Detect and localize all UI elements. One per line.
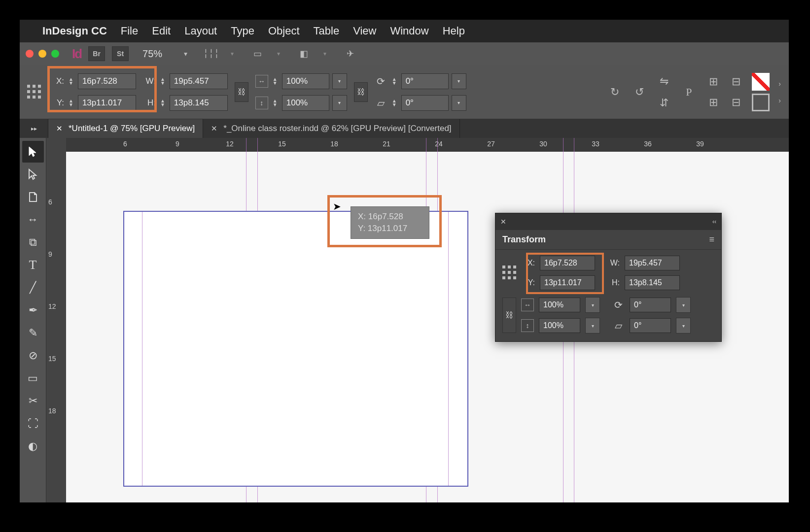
fill-swatch[interactable] <box>752 73 770 91</box>
panel-constrain-toggle[interactable]: ⛓ <box>502 298 516 333</box>
align-icon-2[interactable]: ⊟ <box>727 73 745 91</box>
panel-shear-input[interactable] <box>630 318 671 333</box>
menu-layout[interactable]: Layout <box>184 25 217 37</box>
transform-panel[interactable]: ✕ ‹‹ Transform ≡ X: <box>495 213 722 342</box>
panel-scalex-dropdown[interactable]: ▾ <box>585 297 600 313</box>
rotate-cw-button[interactable]: ↻ <box>606 83 624 101</box>
stroke-swatch[interactable] <box>752 94 770 111</box>
view-options-icon[interactable]: ╎╎╎ <box>201 46 221 61</box>
fill-more-icon[interactable]: › <box>778 80 781 88</box>
page-tool[interactable] <box>22 186 44 208</box>
scale-x-dropdown[interactable]: ▾ <box>332 73 347 89</box>
width-input[interactable] <box>170 73 228 89</box>
menu-object[interactable]: Object <box>268 25 300 37</box>
scale-y-dropdown[interactable]: ▾ <box>332 95 347 111</box>
app-name[interactable]: InDesign CC <box>42 25 107 37</box>
stroke-more-icon[interactable]: › <box>778 97 781 104</box>
content-collector-tool[interactable]: ⧉ <box>22 232 44 253</box>
scale-x-spinner[interactable]: ▲▼ <box>271 77 279 85</box>
pen-tool[interactable]: ✒ <box>22 299 44 321</box>
close-tab-icon[interactable]: ✕ <box>211 124 217 133</box>
align-icon-4[interactable]: ⊟ <box>727 94 745 111</box>
ellipse-frame-tool[interactable]: ⊘ <box>22 345 44 366</box>
panel-rotate-dropdown[interactable]: ▾ <box>676 297 691 313</box>
x-spinner[interactable]: ▲▼ <box>67 77 75 85</box>
document-view[interactable]: 6 9 12 15 18 21 24 27 30 33 36 39 6 9 12… <box>46 138 789 502</box>
select-container-button[interactable]: P <box>680 83 698 101</box>
bridge-button[interactable]: Br <box>88 46 105 61</box>
rotate-spinner[interactable]: ▲▼ <box>390 77 398 85</box>
scale-y-input[interactable] <box>282 95 329 111</box>
rotate-input[interactable] <box>401 73 449 89</box>
reference-point-proxy-panel[interactable] <box>502 266 517 280</box>
menu-file[interactable]: File <box>121 25 138 37</box>
gap-tool[interactable]: ↔ <box>22 209 44 231</box>
height-input[interactable] <box>170 95 228 111</box>
x-position-input[interactable] <box>78 73 136 89</box>
shear-input[interactable] <box>401 95 449 111</box>
flip-vertical-button[interactable]: ⇵ <box>655 94 673 112</box>
y-position-input[interactable] <box>78 95 136 111</box>
screen-mode-icon[interactable]: ▭ <box>247 46 267 61</box>
align-icon-1[interactable]: ⊞ <box>704 73 722 91</box>
fullscreen-window-button[interactable] <box>51 50 59 58</box>
constrain-wh-toggle[interactable]: ⛓ <box>235 82 248 102</box>
panel-close-icon[interactable]: ✕ <box>500 218 506 226</box>
menu-window[interactable]: Window <box>390 25 428 37</box>
transform-panel-header[interactable]: Transform ≡ <box>495 230 721 250</box>
w-spinner[interactable]: ▲▼ <box>159 77 167 85</box>
minimize-window-button[interactable] <box>38 50 46 58</box>
shear-spinner[interactable]: ▲▼ <box>390 99 398 107</box>
panel-scaley-dropdown[interactable]: ▾ <box>585 318 600 333</box>
zoom-level-dropdown[interactable]: 75% <box>142 48 162 60</box>
free-transform-tool[interactable]: ⛶ <box>22 413 44 434</box>
rotate-dropdown[interactable]: ▾ <box>452 73 466 89</box>
panel-w-input[interactable] <box>625 256 680 270</box>
selected-frame[interactable] <box>123 211 468 487</box>
y-spinner[interactable]: ▲▼ <box>67 99 75 107</box>
menu-help[interactable]: Help <box>443 25 465 37</box>
arrange-documents-icon[interactable]: ◧ <box>294 46 314 61</box>
document-tab-untitled[interactable]: ✕ *Untitled-1 @ 75% [GPU Preview] <box>48 119 203 138</box>
rotate-ccw-button[interactable]: ↺ <box>631 83 648 101</box>
panel-y-input[interactable] <box>540 275 595 290</box>
shear-dropdown[interactable]: ▾ <box>452 95 466 111</box>
menu-table[interactable]: Table <box>314 25 340 37</box>
h-spinner[interactable]: ▲▼ <box>159 99 167 107</box>
reference-point-proxy[interactable] <box>25 68 44 116</box>
panel-shear-dropdown[interactable]: ▾ <box>676 318 691 333</box>
stock-button[interactable]: St <box>112 46 129 61</box>
gradient-swatch-tool[interactable]: ◐ <box>22 435 44 457</box>
scale-y-spinner[interactable]: ▲▼ <box>271 99 279 107</box>
horizontal-ruler[interactable]: 6 9 12 15 18 21 24 27 30 33 36 39 <box>66 138 789 152</box>
menu-type[interactable]: Type <box>231 25 254 37</box>
panel-tab-bar[interactable]: ✕ ‹‹ <box>495 213 721 230</box>
zoom-dropdown-chevron-icon[interactable]: ▾ <box>184 50 187 58</box>
scale-x-input[interactable] <box>282 73 329 89</box>
panel-scaley-input[interactable] <box>539 318 580 333</box>
panel-h-input[interactable] <box>625 275 680 290</box>
panel-scalex-input[interactable] <box>539 298 580 312</box>
gpu-performance-icon[interactable]: ✈ <box>340 46 360 61</box>
line-tool[interactable]: ╱ <box>22 277 44 299</box>
scissors-tool[interactable]: ✂ <box>22 390 44 412</box>
close-window-button[interactable] <box>26 50 34 58</box>
close-tab-icon[interactable]: ✕ <box>56 124 63 133</box>
selection-tool[interactable] <box>22 141 44 163</box>
panel-x-input[interactable] <box>540 256 595 270</box>
flip-horizontal-button[interactable]: ⇋ <box>655 72 673 90</box>
rectangle-tool[interactable]: ▭ <box>22 367 44 389</box>
vertical-ruler[interactable]: 6 9 12 15 18 <box>46 152 66 502</box>
constrain-scale-toggle[interactable]: ⛓ <box>354 82 368 102</box>
pencil-tool[interactable]: ✎ <box>22 322 44 344</box>
document-tab-roster[interactable]: ✕ *_Online class roster.indd @ 62% [GPU … <box>203 119 459 138</box>
panel-rotate-input[interactable] <box>630 298 671 312</box>
panel-menu-icon[interactable]: ≡ <box>709 234 714 245</box>
panel-collapse-icon[interactable]: ‹‹ <box>712 218 716 225</box>
direct-selection-tool[interactable] <box>22 164 44 185</box>
menu-edit[interactable]: Edit <box>152 25 171 37</box>
panel-dock-toggle[interactable]: ▸▸ <box>20 119 48 138</box>
menu-view[interactable]: View <box>353 25 376 37</box>
pasteboard[interactable]: ➤ X: 16p7.528 Y: 13p11.017 ✕ ‹‹ Transfor… <box>66 152 789 502</box>
type-tool[interactable]: T <box>22 254 44 276</box>
